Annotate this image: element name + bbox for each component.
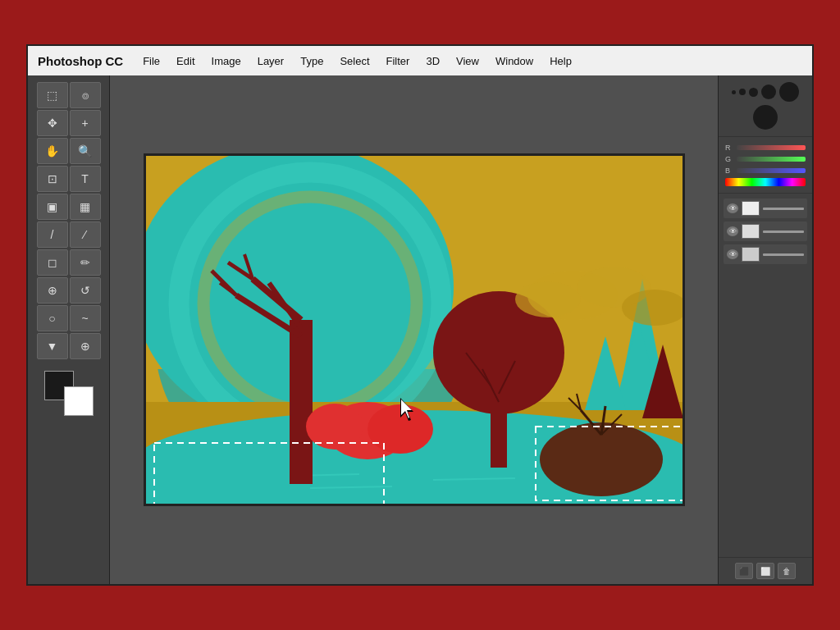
b-slider[interactable] (737, 168, 806, 173)
type-tool[interactable]: T (70, 166, 101, 192)
brush-dot-xl[interactable] (779, 82, 799, 102)
add-tool[interactable]: + (70, 110, 101, 136)
gradient-tool[interactable]: ▦ (70, 194, 101, 220)
layer-thumb-1 (742, 201, 760, 216)
menu-layer[interactable]: Layer (251, 52, 291, 71)
eraser-tool[interactable]: ◻ (37, 249, 68, 276)
color-spectrum[interactable] (725, 178, 806, 186)
pencil-tool[interactable]: ✏ (70, 249, 101, 276)
left-toolbar: ⬚ ⌾ ✥ + ✋ 🔍 ⊡ T ▣ ▦ / ∕ (28, 75, 110, 584)
crop-tool[interactable]: ⊡ (37, 166, 68, 192)
layer-eye-1[interactable]: 👁 (727, 203, 738, 213)
menu-edit[interactable]: Edit (170, 52, 201, 71)
menu-help[interactable]: Help (543, 52, 578, 71)
dodge-tool[interactable]: ○ (37, 305, 68, 331)
brush-dot-xs[interactable] (732, 90, 736, 94)
layer-bar-2 (763, 231, 804, 233)
svg-point-41 (515, 281, 581, 317)
svg-rect-25 (491, 402, 507, 468)
marquee-tool[interactable]: ⬚ (37, 82, 68, 108)
menu-view[interactable]: View (450, 52, 486, 71)
layer-thumb-3 (742, 247, 760, 262)
layer-bar-1 (763, 208, 804, 210)
b-label: B (725, 167, 733, 175)
menu-type[interactable]: Type (294, 52, 330, 71)
app-name: Photoshop CC (38, 54, 123, 68)
new-layer-button[interactable]: ⬛ (735, 563, 753, 579)
brush-dot-lg[interactable] (761, 84, 776, 99)
layer-row-3[interactable]: 👁 (724, 244, 807, 264)
eyedropper-tool[interactable]: ▼ (37, 333, 68, 359)
canvas-frame (144, 153, 685, 506)
g-label: G (725, 155, 733, 163)
brush-panel (719, 75, 812, 137)
color-swatch[interactable] (44, 371, 94, 416)
zoom-tool[interactable]: 🔍 (70, 138, 101, 164)
layer-eye-2[interactable]: 👁 (727, 226, 738, 236)
main-area: ⬚ ⌾ ✥ + ✋ 🔍 ⊡ T ▣ ▦ / ∕ (28, 75, 812, 584)
svg-rect-13 (290, 320, 313, 484)
history-tool[interactable]: ↺ (70, 277, 101, 304)
lasso-tool[interactable]: ⌾ (70, 82, 101, 108)
stamp-tool[interactable]: ⊕ (37, 277, 68, 304)
menu-select[interactable]: Select (333, 52, 376, 71)
layer-bar-3 (763, 253, 804, 256)
delete-layer-button[interactable]: 🗑 (778, 563, 796, 579)
canvas-area (110, 75, 718, 584)
panel-footer: ⬛ ⬜ 🗑 (719, 557, 812, 584)
r-slider[interactable] (737, 145, 806, 150)
b-slider-row: B (725, 167, 806, 175)
menu-image[interactable]: Image (205, 52, 248, 71)
g-slider[interactable] (737, 157, 806, 162)
layer-eye-3[interactable]: 👁 (727, 249, 738, 259)
photoshop-window: Photoshop CC File Edit Image Layer Type … (26, 44, 814, 586)
layer-thumb-2 (742, 224, 760, 239)
brush-dot-sm[interactable] (739, 89, 746, 95)
color-sliders: R G B (719, 137, 812, 194)
smudge-tool[interactable]: ~ (70, 305, 101, 331)
background-color[interactable] (64, 386, 94, 416)
brush-tool[interactable]: ∕ (70, 221, 101, 248)
brush-dot-xxl[interactable] (753, 105, 778, 130)
svg-point-42 (622, 290, 685, 326)
menu-file[interactable]: File (136, 52, 167, 71)
menu-3d[interactable]: 3D (419, 52, 446, 71)
menu-filter[interactable]: Filter (380, 52, 417, 71)
zoom2-tool[interactable]: ⊕ (70, 333, 101, 359)
right-panel: R G B 👁 (718, 75, 812, 584)
menu-window[interactable]: Window (489, 52, 540, 71)
g-slider-row: G (725, 155, 806, 163)
layer-row-2[interactable]: 👁 (724, 221, 807, 241)
bucket-tool[interactable]: ▣ (37, 194, 68, 220)
illustration-svg (146, 156, 685, 506)
layer-row-1[interactable]: 👁 (724, 199, 807, 218)
move-tool[interactable]: ✥ (37, 110, 68, 136)
menu-bar: Photoshop CC File Edit Image Layer Type … (28, 46, 812, 75)
group-button[interactable]: ⬜ (756, 563, 774, 579)
layers-panel: 👁 👁 👁 (719, 194, 812, 557)
brush-dot-md[interactable] (749, 88, 758, 97)
r-slider-row: R (725, 144, 806, 152)
line-tool[interactable]: / (37, 221, 68, 248)
r-label: R (725, 144, 733, 152)
hand-tool[interactable]: ✋ (37, 138, 68, 164)
